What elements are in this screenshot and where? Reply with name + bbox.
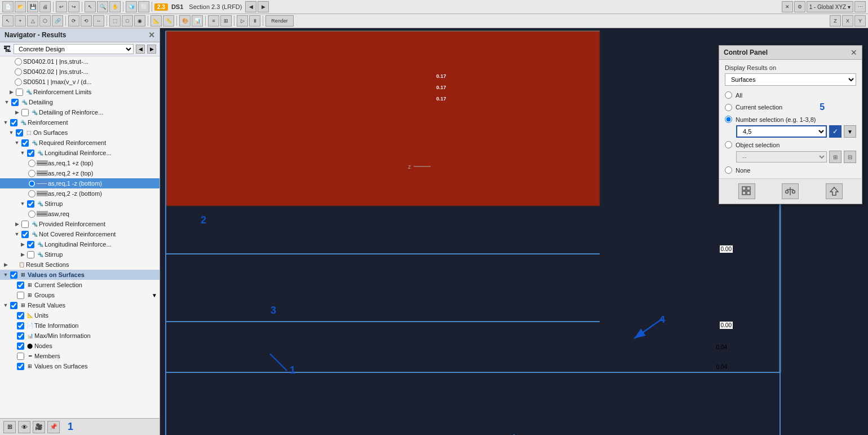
nav-camera-btn[interactable]: 🎥: [33, 421, 45, 433]
tb2-14[interactable]: 🎨: [179, 15, 191, 27]
expand-values2[interactable]: [9, 363, 16, 370]
tree-item-asreq1top[interactable]: —— as,req,1 +z (top): [0, 158, 160, 168]
tree-item-result-sections[interactable]: ▶ 📋 Result Sections: [0, 260, 160, 270]
tb2-2[interactable]: +: [15, 15, 26, 27]
tb2-17[interactable]: ⊞: [220, 15, 232, 27]
tree-item-nodes[interactable]: ⬤ Nodes: [0, 341, 160, 351]
check-values-on-surfaces[interactable]: [10, 271, 17, 279]
check-provided-reinf[interactable]: [21, 221, 29, 228]
tb2-20[interactable]: Render: [265, 15, 294, 27]
nav-prev-btn[interactable]: ◀: [245, 1, 256, 12]
tb2-12[interactable]: 📐: [150, 15, 162, 27]
cp-radio-object[interactable]: Object selection: [725, 141, 856, 148]
tb2-end3[interactable]: Y: [854, 15, 866, 27]
cp-radio-all[interactable]: All: [725, 91, 856, 99]
radio-sd040202[interactable]: [15, 68, 22, 76]
radio-asreq2top[interactable]: [28, 170, 36, 177]
cp-close-btn[interactable]: ✕: [851, 48, 857, 57]
radio-asreq2bottom[interactable]: [28, 190, 36, 197]
check-members[interactable]: [17, 353, 24, 360]
nav-module-dropdown[interactable]: Concrete Design: [14, 44, 134, 54]
view3d-btn[interactable]: 🧊: [126, 1, 137, 12]
tree-item-on-surfaces[interactable]: ▼ ⬚ On Surfaces: [0, 128, 160, 138]
view2d-btn[interactable]: ⬜: [138, 1, 149, 12]
tree-item-sd0501[interactable]: SD0501 | |max(v_v / (d...: [0, 77, 160, 87]
expand-detailing[interactable]: ▼: [3, 99, 10, 106]
tree-item-title-info[interactable]: 📄 Title Information: [0, 320, 160, 331]
select-btn[interactable]: ↖: [85, 1, 96, 12]
radio-sd040201[interactable]: [15, 58, 22, 65]
cp-export-btn[interactable]: [826, 183, 843, 199]
view-options-btn[interactable]: ⋯: [854, 1, 866, 12]
expand-result-sections[interactable]: ▶: [2, 261, 9, 268]
check-nodes[interactable]: [17, 342, 24, 350]
tree-item-sd040201[interactable]: SD0402.01 | |ns,strut-...: [0, 56, 160, 67]
open-btn[interactable]: 📂: [15, 1, 26, 12]
tb2-6[interactable]: ⟳: [68, 15, 79, 27]
cp-select-icon-btn2[interactable]: ⊟: [844, 151, 856, 163]
check-result-values[interactable]: [10, 302, 17, 309]
expand-title-info[interactable]: [9, 322, 16, 329]
settings-btn[interactable]: ⚙: [794, 1, 805, 12]
close-section-btn[interactable]: ✕: [782, 1, 793, 12]
check-maxmin-info[interactable]: [17, 332, 24, 340]
tree-item-reinforcement[interactable]: ▼ 🔩 Reinforcement: [0, 117, 160, 128]
expand-groups[interactable]: [9, 292, 16, 298]
tree-item-not-covered-reinf[interactable]: ▼ 🔩 Not Covered Reinforcement: [0, 229, 160, 239]
tree-item-units[interactable]: 📐 Units: [0, 310, 160, 320]
tree-item-aswreq[interactable]: —— asw,req: [0, 209, 160, 219]
tree-item-provided-reinf[interactable]: ▶ 🔩 Provided Reinforcement: [0, 219, 160, 229]
nav-fwd-btn[interactable]: ▶: [147, 45, 156, 54]
tb2-10[interactable]: □: [122, 15, 133, 27]
radio-number-selection[interactable]: [725, 116, 732, 123]
undo-btn[interactable]: ↩: [56, 1, 67, 12]
radio-asreq1bottom[interactable]: [28, 180, 36, 187]
tree-item-current-selection[interactable]: ⊞ Current Selection: [0, 280, 160, 290]
save-btn[interactable]: 💾: [27, 1, 38, 12]
expand-long-reinf-top[interactable]: ▼: [19, 150, 26, 156]
radio-aswreq[interactable]: [28, 210, 36, 218]
expand-current-selection[interactable]: [9, 282, 16, 288]
tb2-13[interactable]: 📏: [163, 15, 174, 27]
check-long-reinf-top[interactable]: [27, 150, 34, 157]
tb2-3[interactable]: △: [27, 15, 38, 27]
expand-result-values[interactable]: ▼: [2, 302, 9, 309]
check-stirrup2[interactable]: [27, 251, 34, 258]
check-long-reinf2[interactable]: [27, 241, 34, 248]
expand-values-on-surfaces[interactable]: ▼: [2, 271, 9, 278]
tb2-15[interactable]: 📊: [192, 15, 203, 27]
xyz-btn[interactable]: 1 - Global XYZ ▾: [807, 1, 853, 12]
check-reinf-limits[interactable]: [16, 89, 23, 96]
expand-stirrup2[interactable]: ▶: [19, 251, 26, 258]
tree-item-long-reinf2[interactable]: ▶ 🔩 Longitudinal Reinforce...: [0, 239, 160, 249]
expand-reinforcement[interactable]: ▼: [2, 119, 9, 126]
tb2-end1[interactable]: Z: [830, 15, 841, 27]
cp-balance-btn[interactable]: [782, 183, 799, 199]
tb2-8[interactable]: ↔: [93, 15, 104, 27]
tree-item-reinf-limits[interactable]: ▶ 🔩 Reinforcement Limits: [0, 87, 160, 97]
tree-item-asreq2top[interactable]: —— as,req,2 +z (top): [0, 168, 160, 178]
cp-grid-btn[interactable]: [738, 183, 755, 199]
expand-on-surfaces[interactable]: ▼: [8, 129, 15, 136]
expand-provided-reinf[interactable]: ▶: [14, 221, 20, 227]
navigator-close-btn[interactable]: ✕: [148, 30, 155, 39]
pan-btn[interactable]: ✋: [109, 1, 121, 12]
cp-confirm-btn[interactable]: ✓: [829, 125, 842, 138]
cp-display-dropdown[interactable]: Surfaces Members Nodes: [725, 73, 856, 86]
check-on-surfaces[interactable]: [16, 129, 23, 137]
tree-item-long-reinf-top[interactable]: ▼ 🔩 Longitudinal Reinforce...: [0, 148, 160, 158]
tb2-16[interactable]: ≡: [208, 15, 219, 27]
tree-item-detailing[interactable]: ▼ 🔩 Detailing: [0, 97, 160, 107]
tree-item-members[interactable]: ━ Members: [0, 351, 160, 361]
cp-radio-number[interactable]: Number selection (e.g. 1-3,8): [725, 116, 856, 123]
expand-reinf-limits[interactable]: ▶: [8, 89, 15, 95]
tree-item-stirrup[interactable]: ▼ 🔩 Stirrup: [0, 199, 160, 209]
nav-next-btn[interactable]: ▶: [258, 1, 269, 12]
cp-radio-current[interactable]: Current selection 5: [725, 102, 856, 112]
cp-radio-none[interactable]: None: [725, 166, 856, 174]
check-values2[interactable]: [17, 363, 24, 370]
check-detailing[interactable]: [11, 99, 19, 106]
tb2-5[interactable]: 🔗: [52, 15, 63, 27]
tb2-1[interactable]: ↖: [2, 15, 14, 27]
tree-item-maxmin-info[interactable]: 📊 Max/Min Information: [0, 331, 160, 341]
